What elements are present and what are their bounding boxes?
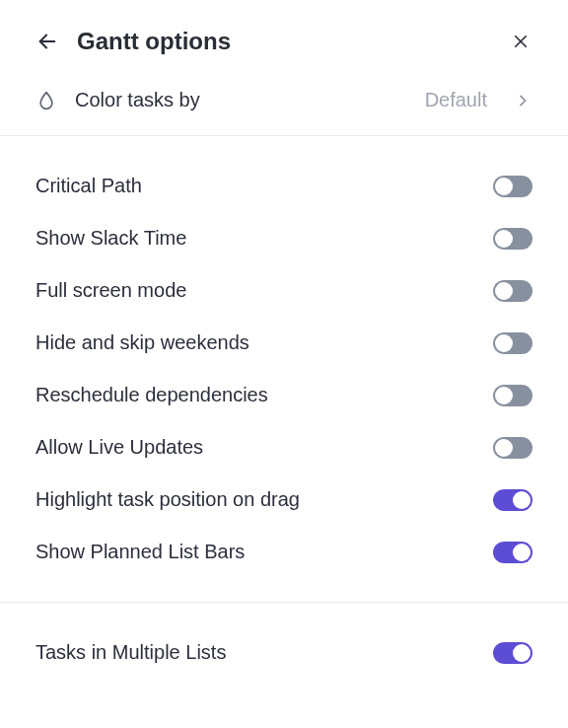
option-row-4: Reschedule dependencies [36, 369, 532, 421]
toggle-knob [495, 178, 513, 195]
chevron-right-icon [513, 91, 532, 110]
options-group-secondary: Tasks in Multiple Lists [0, 603, 568, 702]
close-icon[interactable] [509, 30, 532, 53]
secondary-label-0: Tasks in Multiple Lists [36, 641, 226, 664]
gantt-options-panel: Gantt options Color tasks by Default Cri… [0, 0, 568, 728]
secondary-row-0: Tasks in Multiple Lists [36, 626, 532, 679]
option-label-3: Hide and skip weekends [36, 331, 249, 354]
option-toggle-4[interactable] [493, 385, 532, 406]
option-toggle-6[interactable] [493, 489, 532, 511]
option-toggle-0[interactable] [493, 176, 532, 197]
toggle-knob [495, 387, 513, 404]
panel-title: Gantt options [77, 28, 491, 55]
panel-header: Gantt options [0, 0, 568, 71]
option-row-6: Highlight task position on drag [36, 473, 532, 526]
toggle-knob [513, 544, 531, 561]
color-tasks-by-row[interactable]: Color tasks by Default [0, 71, 568, 136]
option-label-0: Critical Path [36, 175, 142, 197]
option-row-0: Critical Path [36, 160, 532, 212]
toggle-knob [495, 230, 513, 248]
option-label-6: Highlight task position on drag [36, 488, 300, 511]
toggle-knob [513, 644, 531, 662]
option-toggle-1[interactable] [493, 228, 532, 250]
option-row-7: Show Planned List Bars [36, 526, 532, 578]
toggle-knob [495, 334, 513, 352]
option-label-5: Allow Live Updates [36, 436, 203, 459]
color-tasks-by-value: Default [425, 89, 487, 111]
toggle-knob [495, 439, 513, 457]
option-toggle-2[interactable] [493, 280, 532, 302]
color-tasks-by-label: Color tasks by [75, 89, 407, 111]
secondary-toggle-0[interactable] [493, 642, 532, 664]
option-toggle-7[interactable] [493, 542, 532, 563]
droplet-icon [36, 90, 57, 111]
back-icon[interactable] [36, 30, 59, 53]
option-label-4: Reschedule dependencies [36, 384, 268, 406]
option-row-3: Hide and skip weekends [36, 317, 532, 369]
option-toggle-5[interactable] [493, 437, 532, 459]
toggle-knob [495, 282, 513, 300]
option-row-1: Show Slack Time [36, 212, 532, 264]
options-group-primary: Critical PathShow Slack TimeFull screen … [0, 136, 568, 602]
option-toggle-3[interactable] [493, 332, 532, 354]
option-row-2: Full screen mode [36, 264, 532, 317]
option-row-5: Allow Live Updates [36, 421, 532, 473]
toggle-knob [513, 491, 531, 509]
option-label-2: Full screen mode [36, 279, 186, 302]
option-label-1: Show Slack Time [36, 227, 186, 250]
option-label-7: Show Planned List Bars [36, 541, 245, 563]
